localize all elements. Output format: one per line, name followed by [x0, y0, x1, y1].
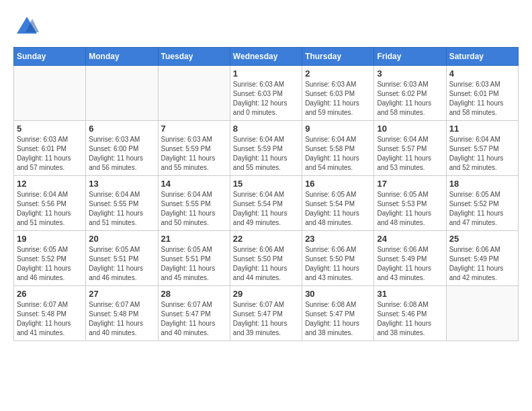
day-number: 26 [17, 289, 83, 299]
page-header [13, 13, 519, 40]
calendar-week-row: 12Sunrise: 6:04 AM Sunset: 5:56 PM Dayli… [14, 176, 519, 231]
calendar-cell: 13Sunrise: 6:04 AM Sunset: 5:55 PM Dayli… [86, 176, 158, 231]
day-number: 31 [377, 289, 443, 299]
day-info: Sunrise: 6:03 AM Sunset: 6:01 PM Dayligh… [449, 80, 515, 118]
weekday-header: Tuesday [158, 48, 230, 66]
day-number: 11 [449, 124, 515, 134]
day-number: 18 [449, 179, 515, 189]
day-number: 3 [377, 68, 443, 79]
calendar-cell: 16Sunrise: 6:05 AM Sunset: 5:54 PM Dayli… [302, 176, 374, 231]
day-info: Sunrise: 6:06 AM Sunset: 5:50 PM Dayligh… [305, 245, 371, 283]
day-number: 21 [161, 234, 227, 244]
day-info: Sunrise: 6:04 AM Sunset: 5:56 PM Dayligh… [17, 190, 83, 228]
day-info: Sunrise: 6:03 AM Sunset: 6:01 PM Dayligh… [17, 135, 83, 173]
day-number: 15 [233, 179, 299, 189]
calendar-cell: 14Sunrise: 6:04 AM Sunset: 5:55 PM Dayli… [158, 176, 230, 231]
calendar-cell: 11Sunrise: 6:04 AM Sunset: 5:57 PM Dayli… [446, 121, 518, 176]
day-number: 27 [89, 289, 154, 299]
day-info: Sunrise: 6:04 AM Sunset: 5:55 PM Dayligh… [161, 190, 227, 228]
calendar-cell: 17Sunrise: 6:05 AM Sunset: 5:53 PM Dayli… [374, 176, 446, 231]
calendar-cell: 7Sunrise: 6:03 AM Sunset: 5:59 PM Daylig… [158, 121, 230, 176]
day-number: 14 [161, 179, 227, 189]
day-info: Sunrise: 6:07 AM Sunset: 5:47 PM Dayligh… [161, 300, 227, 338]
logo [13, 13, 40, 40]
calendar-week-row: 26Sunrise: 6:07 AM Sunset: 5:48 PM Dayli… [14, 286, 519, 341]
day-info: Sunrise: 6:03 AM Sunset: 6:03 PM Dayligh… [305, 80, 371, 118]
calendar-cell: 29Sunrise: 6:07 AM Sunset: 5:47 PM Dayli… [230, 286, 302, 341]
day-number: 19 [17, 234, 83, 244]
day-number: 8 [233, 124, 299, 134]
day-info: Sunrise: 6:04 AM Sunset: 5:57 PM Dayligh… [449, 135, 515, 173]
day-number: 23 [305, 234, 371, 244]
calendar-cell: 27Sunrise: 6:07 AM Sunset: 5:48 PM Dayli… [86, 286, 158, 341]
logo-icon [13, 13, 40, 40]
calendar-cell: 26Sunrise: 6:07 AM Sunset: 5:48 PM Dayli… [14, 286, 86, 341]
calendar-cell: 19Sunrise: 6:05 AM Sunset: 5:52 PM Dayli… [14, 231, 86, 286]
calendar-cell: 3Sunrise: 6:03 AM Sunset: 6:02 PM Daylig… [374, 66, 446, 121]
calendar-cell [158, 66, 230, 121]
weekday-header: Friday [374, 48, 446, 66]
calendar-table: SundayMondayTuesdayWednesdayThursdayFrid… [13, 47, 519, 341]
calendar-cell: 8Sunrise: 6:04 AM Sunset: 5:59 PM Daylig… [230, 121, 302, 176]
day-number: 16 [305, 179, 371, 189]
day-info: Sunrise: 6:04 AM Sunset: 5:54 PM Dayligh… [233, 190, 299, 228]
day-number: 9 [305, 124, 371, 134]
day-number: 22 [233, 234, 299, 244]
weekday-header: Sunday [14, 48, 86, 66]
day-number: 10 [377, 124, 443, 134]
calendar-cell: 21Sunrise: 6:05 AM Sunset: 5:51 PM Dayli… [158, 231, 230, 286]
calendar-cell: 15Sunrise: 6:04 AM Sunset: 5:54 PM Dayli… [230, 176, 302, 231]
calendar-cell [14, 66, 86, 121]
calendar-cell: 6Sunrise: 6:03 AM Sunset: 6:00 PM Daylig… [86, 121, 158, 176]
calendar-cell: 24Sunrise: 6:06 AM Sunset: 5:49 PM Dayli… [374, 231, 446, 286]
day-info: Sunrise: 6:05 AM Sunset: 5:52 PM Dayligh… [449, 190, 515, 228]
calendar-week-row: 19Sunrise: 6:05 AM Sunset: 5:52 PM Dayli… [14, 231, 519, 286]
day-info: Sunrise: 6:05 AM Sunset: 5:53 PM Dayligh… [377, 190, 443, 228]
day-number: 20 [89, 234, 154, 244]
day-info: Sunrise: 6:07 AM Sunset: 5:48 PM Dayligh… [89, 300, 154, 338]
day-info: Sunrise: 6:07 AM Sunset: 5:47 PM Dayligh… [233, 300, 299, 338]
day-info: Sunrise: 6:08 AM Sunset: 5:47 PM Dayligh… [305, 300, 371, 338]
calendar-cell: 18Sunrise: 6:05 AM Sunset: 5:52 PM Dayli… [446, 176, 518, 231]
calendar-cell: 31Sunrise: 6:08 AM Sunset: 5:46 PM Dayli… [374, 286, 446, 341]
day-info: Sunrise: 6:05 AM Sunset: 5:51 PM Dayligh… [89, 245, 154, 283]
day-info: Sunrise: 6:04 AM Sunset: 5:58 PM Dayligh… [305, 135, 371, 173]
calendar-cell: 12Sunrise: 6:04 AM Sunset: 5:56 PM Dayli… [14, 176, 86, 231]
calendar-cell [446, 286, 518, 341]
day-info: Sunrise: 6:04 AM Sunset: 5:57 PM Dayligh… [377, 135, 443, 173]
calendar-cell: 10Sunrise: 6:04 AM Sunset: 5:57 PM Dayli… [374, 121, 446, 176]
day-info: Sunrise: 6:05 AM Sunset: 5:52 PM Dayligh… [17, 245, 83, 283]
weekday-header: Saturday [446, 48, 518, 66]
day-info: Sunrise: 6:08 AM Sunset: 5:46 PM Dayligh… [377, 300, 443, 338]
day-number: 2 [305, 68, 371, 79]
calendar-cell: 9Sunrise: 6:04 AM Sunset: 5:58 PM Daylig… [302, 121, 374, 176]
calendar-cell: 1Sunrise: 6:03 AM Sunset: 6:03 PM Daylig… [230, 66, 302, 121]
day-info: Sunrise: 6:06 AM Sunset: 5:49 PM Dayligh… [377, 245, 443, 283]
day-number: 29 [233, 289, 299, 299]
weekday-header: Thursday [302, 48, 374, 66]
day-info: Sunrise: 6:04 AM Sunset: 5:59 PM Dayligh… [233, 135, 299, 173]
calendar-week-row: 1Sunrise: 6:03 AM Sunset: 6:03 PM Daylig… [14, 66, 519, 121]
day-number: 17 [377, 179, 443, 189]
day-number: 4 [449, 68, 515, 79]
weekday-header: Monday [86, 48, 158, 66]
calendar-cell: 23Sunrise: 6:06 AM Sunset: 5:50 PM Dayli… [302, 231, 374, 286]
day-number: 30 [305, 289, 371, 299]
day-info: Sunrise: 6:06 AM Sunset: 5:50 PM Dayligh… [233, 245, 299, 283]
day-number: 28 [161, 289, 227, 299]
day-info: Sunrise: 6:03 AM Sunset: 6:03 PM Dayligh… [233, 80, 299, 118]
weekday-header: Wednesday [230, 48, 302, 66]
day-info: Sunrise: 6:03 AM Sunset: 6:00 PM Dayligh… [89, 135, 154, 173]
day-number: 6 [89, 124, 154, 134]
day-info: Sunrise: 6:03 AM Sunset: 6:02 PM Dayligh… [377, 80, 443, 118]
day-number: 5 [17, 124, 83, 134]
day-info: Sunrise: 6:04 AM Sunset: 5:55 PM Dayligh… [89, 190, 154, 228]
calendar-cell [86, 66, 158, 121]
day-number: 25 [449, 234, 515, 244]
day-info: Sunrise: 6:05 AM Sunset: 5:51 PM Dayligh… [161, 245, 227, 283]
day-number: 12 [17, 179, 83, 189]
calendar-cell: 5Sunrise: 6:03 AM Sunset: 6:01 PM Daylig… [14, 121, 86, 176]
calendar-cell: 30Sunrise: 6:08 AM Sunset: 5:47 PM Dayli… [302, 286, 374, 341]
day-number: 1 [233, 68, 299, 79]
calendar-cell: 20Sunrise: 6:05 AM Sunset: 5:51 PM Dayli… [86, 231, 158, 286]
